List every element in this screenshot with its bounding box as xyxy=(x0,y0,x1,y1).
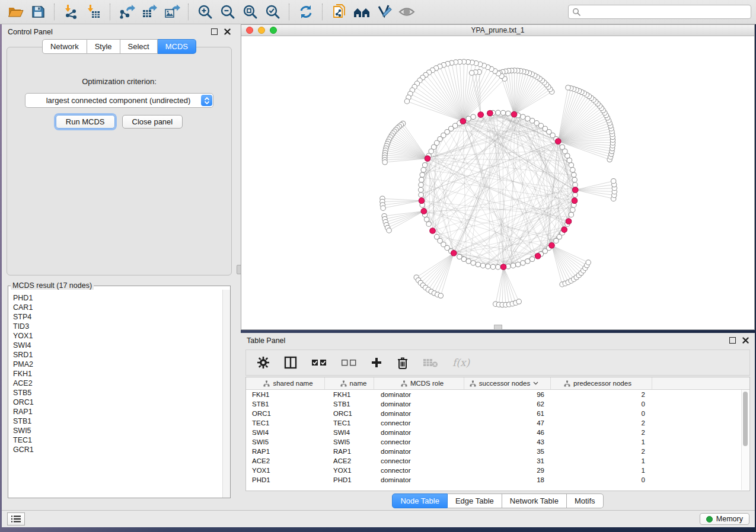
ring-node[interactable] xyxy=(569,162,573,167)
cell-name[interactable]: RAP1 xyxy=(325,447,374,456)
table-row[interactable]: ORC1ORC1dominator610 xyxy=(246,409,749,418)
float-panel-icon[interactable] xyxy=(211,28,218,35)
tab-mcds[interactable]: MCDS xyxy=(158,39,196,54)
ring-node[interactable] xyxy=(419,193,423,197)
ring-node[interactable] xyxy=(490,264,495,269)
cell-shared-name[interactable]: FKH1 xyxy=(246,390,325,399)
mcds-hub-node[interactable] xyxy=(478,112,484,118)
mcds-hub-node[interactable] xyxy=(572,198,578,204)
ring-node[interactable] xyxy=(506,111,511,116)
cell-successor-nodes[interactable]: 31 xyxy=(464,456,551,466)
zoom-selected-button[interactable] xyxy=(262,2,283,21)
column-header-shared-name[interactable]: shared name xyxy=(246,377,325,389)
leaf-node[interactable] xyxy=(586,260,591,265)
mcds-result-item[interactable]: SWI5 xyxy=(13,426,223,435)
leaf-node[interactable] xyxy=(404,99,409,104)
tab-network[interactable]: Network xyxy=(42,39,87,54)
criterion-select[interactable]: largest connected component (undirected) xyxy=(25,93,213,108)
open-file-button[interactable] xyxy=(5,2,26,21)
cell-shared-name[interactable]: SWI5 xyxy=(246,437,325,447)
cell-name[interactable]: FKH1 xyxy=(325,390,374,399)
function-builder-icon[interactable]: f(x) xyxy=(452,357,470,368)
cell-predecessor-nodes[interactable]: 1 xyxy=(551,437,652,447)
memory-button[interactable]: Memory xyxy=(700,513,749,525)
table-row[interactable]: RAP1RAP1dominator352 xyxy=(246,447,749,456)
leaf-node[interactable] xyxy=(566,85,570,90)
ring-node[interactable] xyxy=(466,116,471,121)
leaf-node[interactable] xyxy=(516,299,521,304)
table-row[interactable]: PHD1PHD1dominator180 xyxy=(246,475,749,485)
cell-MCDS-role[interactable]: dominator xyxy=(374,475,464,485)
close-panel-icon[interactable] xyxy=(224,28,231,35)
leaf-node[interactable] xyxy=(382,160,387,165)
mcds-result-item[interactable]: YOX1 xyxy=(13,331,223,341)
table-row[interactable]: TEC1TEC1connector472 xyxy=(246,418,749,428)
mcds-result-item[interactable]: SWI4 xyxy=(13,341,223,350)
ring-node[interactable] xyxy=(573,182,578,187)
cell-successor-nodes[interactable]: 47 xyxy=(464,418,551,428)
column-panel-button[interactable] xyxy=(284,356,297,369)
cell-MCDS-role[interactable]: connector xyxy=(374,466,464,475)
ring-node[interactable] xyxy=(471,261,476,265)
cell-predecessor-nodes[interactable]: 0 xyxy=(551,475,652,485)
tab-edge-table[interactable]: Edge Table xyxy=(448,493,502,508)
table-row[interactable]: STB1STB1dominator620 xyxy=(246,399,749,409)
table-row[interactable]: FKH1FKH1dominator962 xyxy=(246,390,749,399)
ring-node[interactable] xyxy=(426,222,431,226)
mcds-result-item[interactable]: TID3 xyxy=(13,322,223,331)
maximize-window-icon[interactable] xyxy=(270,27,277,34)
ring-node[interactable] xyxy=(560,145,564,149)
cell-name[interactable]: SWI5 xyxy=(325,437,374,447)
save-button[interactable] xyxy=(27,2,49,21)
ring-node[interactable] xyxy=(424,217,429,222)
graphics-details-button[interactable] xyxy=(396,2,417,21)
ring-node[interactable] xyxy=(500,110,505,115)
cell-shared-name[interactable]: RAP1 xyxy=(246,447,325,456)
mcds-result-item[interactable]: STB5 xyxy=(13,388,223,398)
column-header-successor-nodes[interactable]: successor nodes xyxy=(464,377,551,389)
cell-shared-name[interactable]: SWI4 xyxy=(246,428,325,437)
run-mcds-button[interactable]: Run MCDS xyxy=(56,115,115,129)
mcds-result-item[interactable]: GCR1 xyxy=(13,445,223,454)
delete-column-button[interactable] xyxy=(397,356,409,369)
leaf-node[interactable] xyxy=(611,178,615,183)
close-panel-button[interactable]: Close panel xyxy=(122,115,183,129)
cell-successor-nodes[interactable]: 96 xyxy=(464,390,551,399)
cell-name[interactable]: SWI4 xyxy=(325,428,374,437)
cell-name[interactable]: YOX1 xyxy=(325,466,374,475)
mcds-result-item[interactable]: STB1 xyxy=(13,416,223,426)
annotations-button[interactable] xyxy=(374,2,395,21)
mcds-result-item[interactable]: CAR1 xyxy=(13,303,223,312)
vertical-splitter[interactable] xyxy=(237,24,241,510)
cell-predecessor-nodes[interactable]: 2 xyxy=(551,428,652,437)
cell-name[interactable]: PHD1 xyxy=(325,475,374,485)
export-image-button[interactable] xyxy=(161,2,183,21)
cell-successor-nodes[interactable]: 29 xyxy=(464,466,551,475)
cell-shared-name[interactable]: ORC1 xyxy=(246,409,325,418)
cell-successor-nodes[interactable]: 43 xyxy=(464,437,551,447)
ring-node[interactable] xyxy=(496,265,500,270)
select-all-button[interactable] xyxy=(311,358,327,367)
search-input[interactable] xyxy=(583,7,747,17)
ring-node[interactable] xyxy=(461,257,466,261)
ring-node[interactable] xyxy=(421,168,426,172)
mcds-result-list[interactable]: PHD1CAR1STP4TID3YOX1SWI4SRD1PMA2FKH1ACE2… xyxy=(8,291,223,498)
mcds-hub-node[interactable] xyxy=(511,111,517,117)
mcds-hub-node[interactable] xyxy=(562,227,567,233)
float-panel-icon[interactable] xyxy=(729,337,736,344)
ring-node[interactable] xyxy=(419,182,423,187)
cell-MCDS-role[interactable]: connector xyxy=(374,418,464,428)
export-table-button[interactable] xyxy=(139,2,160,21)
cell-MCDS-role[interactable]: dominator xyxy=(374,409,464,418)
ring-node[interactable] xyxy=(521,261,525,265)
mcds-result-scrollbar[interactable] xyxy=(222,290,230,498)
ring-node[interactable] xyxy=(521,114,525,119)
table-settings-button[interactable] xyxy=(257,356,270,369)
ring-node[interactable] xyxy=(573,193,578,197)
zoom-in-button[interactable] xyxy=(194,2,216,21)
mcds-hub-node[interactable] xyxy=(572,187,578,193)
ring-node[interactable] xyxy=(569,212,573,217)
cell-predecessor-nodes[interactable]: 0 xyxy=(551,409,652,418)
cell-successor-nodes[interactable]: 18 xyxy=(464,475,551,485)
ring-node[interactable] xyxy=(570,168,575,172)
